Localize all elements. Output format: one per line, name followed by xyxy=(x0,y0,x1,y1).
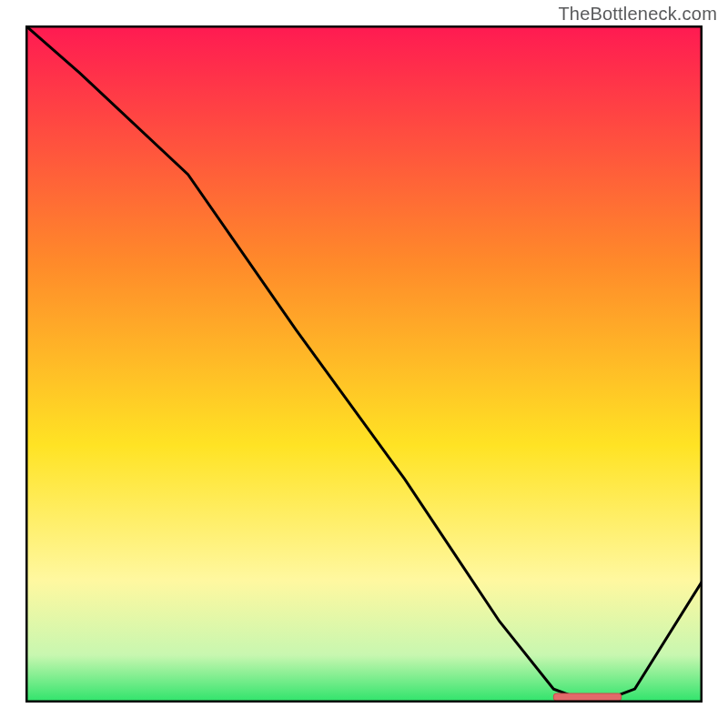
optimum-marker xyxy=(553,693,621,701)
plot-area xyxy=(25,25,703,703)
attribution-label: TheBottleneck.com xyxy=(558,4,717,25)
chart-container: TheBottleneck.com xyxy=(0,0,728,728)
chart-svg xyxy=(25,25,703,703)
gradient-background xyxy=(25,25,703,703)
